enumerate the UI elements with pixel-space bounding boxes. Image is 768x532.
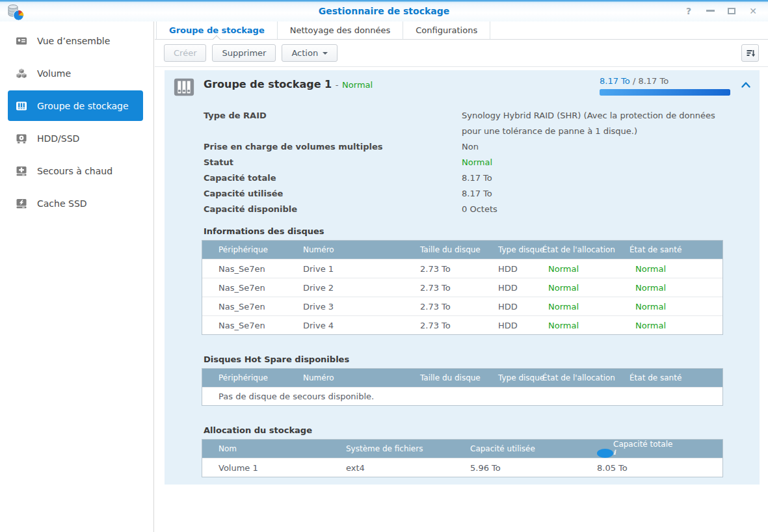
detail-value: 8.17 To [462, 170, 735, 186]
storage-pool-panel: Groupe de stockage 1 - Normal 8.17 To / … [165, 70, 760, 485]
health-cell: Normal [619, 321, 722, 330]
create-button[interactable]: Créer [164, 44, 206, 62]
type-cell: HDD [482, 283, 532, 293]
tab-storage-pool[interactable]: Groupe de stockage [156, 21, 278, 39]
sidebar-item-volume[interactable]: Volume [8, 58, 143, 88]
hot-spare-table: Périphérique Numéro Taille du disque Typ… [202, 368, 723, 406]
help-icon[interactable]: ? [684, 7, 693, 16]
storage-pool-icon [16, 100, 27, 112]
chevron-up-icon [741, 81, 751, 89]
sidebar-item-overview[interactable]: Vue d’ensemble [8, 25, 143, 56]
allocation-section-title: Allocation du stockage [204, 425, 760, 435]
col-allocation: État de l'allocation [532, 373, 619, 382]
number-cell: Drive 4 [287, 321, 404, 330]
allocation-cell: Normal [532, 264, 619, 274]
device-cell: Nas_Se7en [202, 321, 287, 330]
col-number: Numéro [287, 245, 404, 254]
col-total-capacity-label: Capacité totale [597, 440, 722, 449]
sidebar-item-ssd-cache[interactable]: Cache SSD [8, 188, 143, 219]
allocation-row-1[interactable]: Volume 1 ext4 5.96 To 8.05 To [202, 458, 722, 477]
storage-pool-large-icon [172, 76, 196, 98]
allocation-table: Nom Système de fichiers Capacité utilisé… [202, 439, 723, 477]
col-total-capacity: Capacité totale i [581, 440, 722, 458]
col-number: Numéro [287, 373, 404, 382]
detail-value: Synology Hybrid RAID (SHR) (Avec la prot… [462, 108, 735, 139]
sidebar-item-hdd-ssd[interactable]: HDD/SSD [8, 123, 143, 153]
tab-data-scrubbing[interactable]: Nettoyage des données [278, 21, 404, 39]
col-device: Périphérique [202, 373, 287, 382]
volume-cubes-icon [16, 68, 27, 79]
toolbar: Créer Supprimer Action [155, 40, 768, 67]
detail-row-raid-type: Type de RAID Synology Hybrid RAID (SHR) … [204, 108, 760, 139]
overview-icon [16, 35, 27, 47]
allocation-cell: Normal [532, 302, 619, 312]
col-device: Périphérique [202, 245, 287, 254]
col-used-capacity: Capacité utilisée [454, 444, 581, 453]
disk-info-table: Périphérique Numéro Taille du disque Typ… [202, 240, 723, 335]
sidebar-item-storage-pool[interactable]: Groupe de stockage [8, 90, 143, 121]
caret-down-icon [323, 52, 328, 55]
detail-label: Capacité disponible [204, 202, 462, 217]
ssd-cache-icon [16, 198, 27, 209]
detail-value: 0 Octets [462, 202, 735, 217]
close-icon[interactable]: ✕ [748, 7, 758, 16]
allocation-cell: Normal [532, 283, 619, 293]
detail-row-multi-volume: Prise en charge de volumes multiples Non [204, 139, 760, 155]
col-name: Nom [202, 444, 330, 453]
hot-spare-table-header: Périphérique Numéro Taille du disque Typ… [202, 369, 722, 387]
device-cell: Nas_Se7en [202, 302, 287, 312]
tab-configurations[interactable]: Configurations [403, 21, 490, 39]
disk-row-3[interactable]: Nas_Se7en Drive 3 2.73 To HDD Normal Nor… [202, 297, 722, 315]
info-icon[interactable]: i [597, 449, 613, 458]
sidebar-item-label: Vue d’ensemble [37, 36, 110, 46]
size-cell: 2.73 To [404, 264, 482, 274]
hot-spare-section-title: Disques Hot Spare disponibles [204, 354, 760, 364]
sidebar-item-label: Groupe de stockage [37, 101, 129, 111]
disk-row-4[interactable]: Nas_Se7en Drive 4 2.73 To HDD Normal Nor… [202, 315, 722, 334]
health-cell: Normal [619, 302, 722, 312]
sort-descending-icon [745, 48, 756, 59]
delete-button[interactable]: Supprimer [212, 44, 276, 62]
type-cell: HDD [482, 302, 532, 312]
pool-title: Groupe de stockage 1 - Normal [204, 78, 373, 90]
col-filesystem: Système de fichiers [330, 444, 454, 453]
action-button[interactable]: Action [282, 44, 338, 62]
used-cell: 5.96 To [454, 463, 581, 473]
total-cell: 8.05 To [581, 463, 722, 473]
sort-button[interactable] [741, 44, 759, 62]
minimize-icon[interactable] [706, 7, 715, 16]
detail-label: Capacité utilisée [204, 186, 462, 202]
collapse-panel-button[interactable] [739, 78, 752, 91]
detail-label: Prise en charge de volumes multiples [204, 139, 462, 155]
detail-row-used-capacity: Capacité utilisée 8.17 To [204, 186, 760, 202]
disk-row-1[interactable]: Nas_Se7en Drive 1 2.73 To HDD Normal Nor… [202, 259, 722, 278]
detail-value: Non [462, 139, 735, 155]
col-type: Type disque [482, 373, 532, 382]
action-button-label: Action [291, 48, 318, 58]
number-cell: Drive 1 [287, 264, 404, 274]
disk-table-header: Périphérique Numéro Taille du disque Typ… [202, 241, 722, 259]
hot-spare-icon [16, 165, 27, 177]
col-size: Taille du disque [404, 245, 482, 254]
disk-row-2[interactable]: Nas_Se7en Drive 2 2.73 To HDD Normal Nor… [202, 278, 722, 297]
allocation-table-header: Nom Système de fichiers Capacité utilisé… [202, 440, 722, 458]
dash-separator: - [336, 80, 339, 90]
window-controls: ? ✕ [684, 0, 758, 21]
tab-bar: Groupe de stockage Nettoyage des données… [155, 21, 768, 40]
sidebar-item-hot-spare[interactable]: Secours à chaud [8, 155, 143, 186]
window-title: Gestionnaire de stockage [0, 0, 768, 21]
pool-name: Groupe de stockage 1 [204, 78, 332, 90]
titlebar: Gestionnaire de stockage ? ✕ [0, 0, 768, 21]
capacity-bar [600, 89, 730, 96]
capacity-text: 8.17 To / 8.17 To [600, 76, 730, 86]
sidebar-item-label: Cache SSD [37, 198, 87, 209]
capacity-used: 8.17 To [600, 76, 630, 86]
name-cell: Volume 1 [202, 463, 330, 473]
panel-header: Groupe de stockage 1 - Normal 8.17 To / … [165, 70, 760, 101]
maximize-icon[interactable] [727, 7, 736, 16]
capacity-summary: 8.17 To / 8.17 To [600, 76, 730, 96]
size-cell: 2.73 To [404, 321, 482, 330]
hot-spare-empty-message: Pas de disque de secours disponible. [202, 387, 722, 405]
hdd-icon [16, 133, 27, 144]
detail-label: Statut [204, 155, 462, 170]
